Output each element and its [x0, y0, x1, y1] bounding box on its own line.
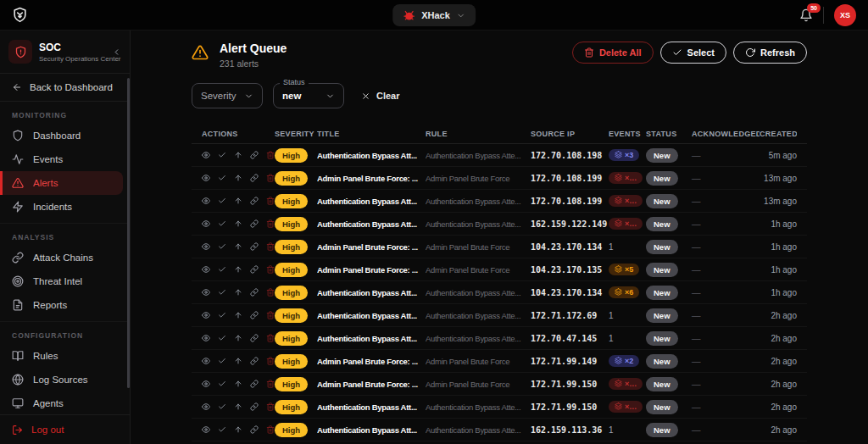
delete-icon[interactable]	[266, 310, 275, 320]
workspace-switcher[interactable]: XHack	[392, 4, 476, 26]
view-icon[interactable]	[202, 333, 210, 343]
acknowledge-icon[interactable]	[218, 241, 226, 252]
view-icon[interactable]	[202, 356, 210, 366]
link-icon[interactable]	[250, 264, 259, 275]
alert-row[interactable]: High Authentication Bypass Att... Authen…	[192, 396, 807, 419]
link-icon[interactable]	[250, 219, 259, 229]
delete-icon[interactable]	[266, 173, 275, 183]
escalate-icon[interactable]	[234, 219, 242, 229]
alert-row[interactable]: High Authentication Bypass Att... Authen…	[192, 419, 807, 441]
escalate-icon[interactable]	[234, 402, 242, 412]
back-to-dashboard-link[interactable]: Back to Dashboard	[0, 74, 130, 102]
escalate-icon[interactable]	[234, 241, 242, 252]
view-icon[interactable]	[202, 196, 210, 206]
sidebar-item-incidents[interactable]: Incidents	[0, 195, 123, 219]
alert-row[interactable]: High Authentication Bypass Att... Authen…	[192, 327, 807, 350]
link-icon[interactable]	[250, 425, 259, 435]
link-icon[interactable]	[250, 310, 259, 320]
view-icon[interactable]	[202, 379, 210, 389]
acknowledge-icon[interactable]	[218, 264, 226, 275]
escalate-icon[interactable]	[234, 379, 242, 389]
link-icon[interactable]	[250, 333, 259, 343]
escalate-icon[interactable]	[234, 196, 242, 206]
delete-icon[interactable]	[266, 264, 275, 275]
sidebar-item-rules[interactable]: Rules	[0, 344, 123, 368]
sidebar-item-alerts[interactable]: Alerts	[0, 171, 123, 195]
severity-filter[interactable]: Severity	[192, 83, 263, 108]
alert-row[interactable]: High Authentication Bypass Att... Authen…	[192, 144, 807, 167]
logout-button[interactable]: Log out	[0, 414, 130, 444]
refresh-button[interactable]: Refresh	[733, 42, 807, 64]
sidebar-item-agents[interactable]: Agents	[0, 391, 123, 414]
view-icon[interactable]	[202, 287, 210, 297]
acknowledge-icon[interactable]	[218, 356, 226, 366]
acknowledge-icon[interactable]	[218, 425, 226, 435]
acknowledge-icon[interactable]	[218, 219, 226, 229]
delete-icon[interactable]	[266, 402, 275, 412]
delete-icon[interactable]	[266, 287, 275, 297]
alert-row[interactable]: High Authentication Bypass Att... Authen…	[192, 213, 807, 236]
view-icon[interactable]	[202, 402, 210, 412]
view-icon[interactable]	[202, 241, 210, 252]
escalate-icon[interactable]	[234, 310, 242, 320]
acknowledge-icon[interactable]	[218, 310, 226, 320]
delete-all-button[interactable]: Delete All	[572, 42, 654, 64]
notifications-button[interactable]: 50	[799, 8, 813, 22]
view-icon[interactable]	[202, 150, 210, 160]
delete-icon[interactable]	[266, 379, 275, 389]
link-icon[interactable]	[250, 356, 259, 366]
alert-row[interactable]: High Admin Panel Brute Force: ... Admin …	[192, 167, 807, 190]
link-icon[interactable]	[250, 150, 259, 160]
user-avatar[interactable]: XS	[834, 4, 856, 26]
link-icon[interactable]	[250, 287, 259, 297]
acknowledge-icon[interactable]	[218, 196, 226, 206]
sidebar-collapse-button[interactable]	[112, 47, 121, 57]
link-icon[interactable]	[250, 402, 259, 412]
escalate-icon[interactable]	[234, 287, 242, 297]
link-icon[interactable]	[250, 173, 259, 183]
alert-row[interactable]: High Admin Panel Brute Force: ... Admin …	[192, 350, 807, 373]
sidebar-scrollbar[interactable]	[127, 78, 130, 388]
alert-row[interactable]: High Admin Panel Brute Force: ... Admin …	[192, 236, 807, 258]
delete-icon[interactable]	[266, 356, 275, 366]
clear-filters-button[interactable]: Clear	[361, 91, 400, 101]
status-filter[interactable]: Status new	[273, 83, 344, 108]
view-icon[interactable]	[202, 173, 210, 183]
delete-icon[interactable]	[266, 150, 275, 160]
alert-row[interactable]: High Admin Panel Brute Force: ... Admin …	[192, 373, 807, 396]
sidebar-item-log-sources[interactable]: Log Sources	[0, 368, 123, 391]
escalate-icon[interactable]	[234, 356, 242, 366]
link-icon[interactable]	[250, 241, 259, 252]
sidebar-item-threat-intel[interactable]: Threat Intel	[0, 269, 123, 293]
escalate-icon[interactable]	[234, 333, 242, 343]
acknowledge-icon[interactable]	[218, 379, 226, 389]
acknowledge-icon[interactable]	[218, 402, 226, 412]
link-icon[interactable]	[250, 379, 259, 389]
acknowledge-icon[interactable]	[218, 150, 226, 160]
escalate-icon[interactable]	[234, 173, 242, 183]
delete-icon[interactable]	[266, 196, 275, 206]
alert-row[interactable]: High Authentication Bypass Att... Authen…	[192, 304, 807, 327]
alert-row[interactable]: High Authentication Bypass Att... Authen…	[192, 190, 807, 213]
alert-row[interactable]: High Admin Panel Brute Force: ... Admin …	[192, 258, 807, 281]
view-icon[interactable]	[202, 264, 210, 275]
link-icon[interactable]	[250, 196, 259, 206]
alert-row[interactable]: High Authentication Bypass Att... Authen…	[192, 281, 807, 304]
acknowledge-icon[interactable]	[218, 333, 226, 343]
escalate-icon[interactable]	[234, 264, 242, 275]
sidebar-item-dashboard[interactable]: Dashboard	[0, 124, 123, 147]
sidebar-item-attack-chains[interactable]: Attack Chains	[0, 246, 123, 269]
delete-icon[interactable]	[266, 333, 275, 343]
acknowledge-icon[interactable]	[218, 287, 226, 297]
delete-icon[interactable]	[266, 425, 275, 435]
delete-icon[interactable]	[266, 219, 275, 229]
view-icon[interactable]	[202, 219, 210, 229]
select-button[interactable]: Select	[660, 42, 726, 64]
sidebar-item-events[interactable]: Events	[0, 147, 123, 171]
view-icon[interactable]	[202, 310, 210, 320]
acknowledge-icon[interactable]	[218, 173, 226, 183]
sidebar-item-reports[interactable]: Reports	[0, 293, 123, 317]
delete-icon[interactable]	[266, 241, 275, 252]
escalate-icon[interactable]	[234, 150, 242, 160]
view-icon[interactable]	[202, 425, 210, 435]
